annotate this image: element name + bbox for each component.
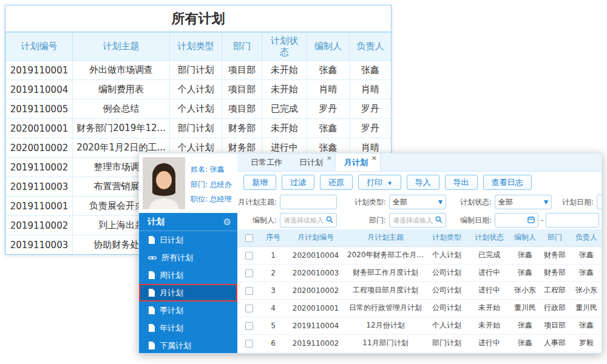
profile-dept: 部门: 总经办 (191, 177, 232, 192)
sidebar-section-header: 计划 ⚙ (139, 213, 237, 231)
cell-creator-link[interactable]: 张鑫 (510, 264, 540, 281)
subject-filter-label: 月计划主题: (237, 197, 280, 207)
created-date-start-input[interactable] (495, 213, 538, 228)
sidebar-item-month-plan[interactable]: 月计划 (139, 284, 237, 302)
row-checkbox[interactable] (245, 322, 253, 330)
cell-subject-link[interactable]: 工程项目部月度计划 (345, 281, 426, 299)
cell-owner-link[interactable]: 罗毅 (570, 334, 602, 352)
desktop: 所有计划 计划编号 计划主题 计划类型 部门 计划状态 编制人 负责人 (0, 0, 607, 364)
cell-plan-id: 2019110004 (6, 80, 73, 99)
plan-date-input[interactable] (597, 195, 602, 209)
cell-plan-id-link[interactable]: 2020010003 (286, 264, 345, 281)
sidebar-item-quarter-plan[interactable]: 季计划 (139, 302, 237, 319)
cell-plan-id-link[interactable]: 2019110004 (286, 317, 345, 334)
row-checkbox[interactable] (245, 340, 253, 348)
dept-input[interactable]: 请选择或输入 (389, 213, 446, 228)
cell-plan-id-link[interactable]: 2020010002 (286, 281, 345, 299)
select-all-checkbox[interactable] (245, 234, 253, 242)
import-button[interactable]: 导入 (407, 175, 439, 190)
cell-plan-id-link[interactable]: 2019110002 (286, 334, 345, 352)
table-row: 5 2019110004 12月份计划 个人计划 未开始 张鑫 项目部 张鑫 (237, 317, 602, 334)
cell-plan-id: 2019110003 (6, 235, 73, 255)
subject-input[interactable] (280, 195, 337, 209)
cell-dept: 项目部 (222, 80, 262, 99)
cell-type: 个人计划 (170, 99, 222, 119)
export-button[interactable]: 导出 (445, 175, 478, 190)
plan-status-select[interactable]: 全部 ▼ (495, 195, 552, 209)
column-header-owner: 负责人 (350, 33, 392, 61)
cell-status: 已完成 (262, 99, 307, 119)
sidebar-item-year-plan[interactable]: 年计划 (139, 319, 237, 337)
sidebar-item-week-plan[interactable]: 周计划 (139, 266, 237, 284)
cell-creator-link[interactable]: 张鑫 (510, 246, 540, 264)
cell-plan-id-link[interactable]: 2020010004 (286, 246, 345, 264)
row-checkbox[interactable] (245, 287, 253, 295)
view-log-button[interactable]: 查看日志 (483, 175, 532, 190)
cell-plan-id: 2019110001 (6, 197, 73, 216)
cell-subject-link[interactable]: 12月份计划 (345, 317, 426, 334)
search-icon[interactable] (326, 216, 333, 225)
cell-dept: 工程部 (540, 281, 570, 299)
cell-dept: 行政部 (540, 299, 570, 317)
close-icon[interactable]: × (327, 155, 332, 161)
profile-name: 姓名: 张鑫 (191, 162, 232, 177)
cell-owner-link[interactable]: 董川民 (570, 299, 602, 317)
cell-owner-link[interactable]: 张小东 (570, 281, 602, 299)
cell-subject-link[interactable]: 财务部工作月度计划 (345, 264, 426, 281)
row-checkbox[interactable] (245, 269, 253, 277)
sidebar-item-subordinate-plans[interactable]: 下属计划 (139, 337, 237, 354)
sidebar-item-label: 日计划 (160, 235, 183, 246)
tab-daily-work[interactable]: 日常工作 (242, 153, 291, 171)
cell-subject-link[interactable]: 11月部门计划 (345, 334, 426, 352)
user-profile: 姓名: 张鑫 部门: 总经办 职位: 总经理 (139, 153, 237, 213)
created-date-end-input[interactable] (546, 213, 599, 228)
status-filter-label: 计划状态: (446, 197, 495, 207)
sidebar-item-day-plan[interactable]: 日计划 (139, 231, 237, 249)
cell-plan-id-link[interactable]: 2020010001 (286, 299, 345, 317)
gear-icon[interactable]: ⚙ (223, 217, 231, 228)
calendar-icon[interactable] (527, 216, 535, 225)
cell-status: 未开始 (468, 317, 510, 334)
row-checkbox[interactable] (245, 305, 253, 312)
document-icon (148, 271, 155, 279)
search-icon[interactable] (435, 216, 443, 225)
tab-month-plan[interactable]: 月计划 × (335, 153, 381, 171)
cell-owner-link[interactable]: 张鑫 (570, 246, 602, 264)
table-row: 4 2020010001 日常的行政管理月计划 公司计划 未开始 董川民 行政部… (237, 299, 602, 317)
cell-plan-id: 2019110005 (6, 99, 73, 119)
plan-type-select[interactable]: 全部 ▼ (389, 195, 446, 209)
left-panel: 姓名: 张鑫 部门: 总经办 职位: 总经理 计划 ⚙ 日计划 (139, 153, 237, 353)
filter-button[interactable]: 过滤 (282, 175, 314, 190)
column-header-dept: 部门 (540, 229, 570, 246)
close-icon[interactable]: × (371, 155, 377, 161)
cell-subject: 例会总结 (73, 99, 170, 119)
cell-subject-link[interactable]: 2020年财务部工作月... (345, 246, 426, 264)
cell-subject-link[interactable]: 日常的行政管理月计划 (345, 299, 426, 317)
cell-creator: 罗丹 (307, 99, 350, 119)
cell-subject: 编制费用表 (73, 80, 170, 99)
sidebar-item-all-plans[interactable]: 所有计划 (139, 249, 237, 266)
tab-day-plan[interactable]: 日计划 × (291, 153, 335, 171)
cell-owner-link[interactable]: 张鑫 (570, 264, 602, 281)
document-icon (148, 324, 155, 332)
row-checkbox[interactable] (245, 252, 253, 260)
sidebar-item-label: 月计划 (160, 288, 183, 298)
reset-button[interactable]: 还原 (320, 175, 353, 190)
cell-owner-link[interactable]: 张鑫 (570, 317, 602, 334)
cell-creator-link[interactable]: 董川民 (510, 299, 540, 317)
plan-date-filter-label: 计划日期: (552, 197, 597, 207)
column-header-status: 计划状态 (468, 229, 510, 246)
creator-input[interactable]: 请选择或输入 (280, 213, 337, 228)
cell-creator-link[interactable]: 张鑫 (510, 334, 540, 352)
cell-creator-link[interactable]: 张小东 (510, 281, 540, 299)
add-button[interactable]: 新增 (243, 175, 276, 190)
tab-label: 日常工作 (251, 158, 282, 167)
column-header-status-label: 计划状态 (270, 35, 300, 58)
sidebar-section-title: 计划 (148, 217, 164, 228)
cell-select (237, 334, 260, 352)
document-icon (148, 342, 155, 349)
cell-creator-link[interactable]: 张鑫 (510, 317, 540, 334)
sidebar-item-label: 所有计划 (161, 252, 193, 263)
sidebar-item-label: 下属计划 (160, 340, 191, 351)
print-button[interactable]: 打印 ▼ (358, 175, 401, 190)
